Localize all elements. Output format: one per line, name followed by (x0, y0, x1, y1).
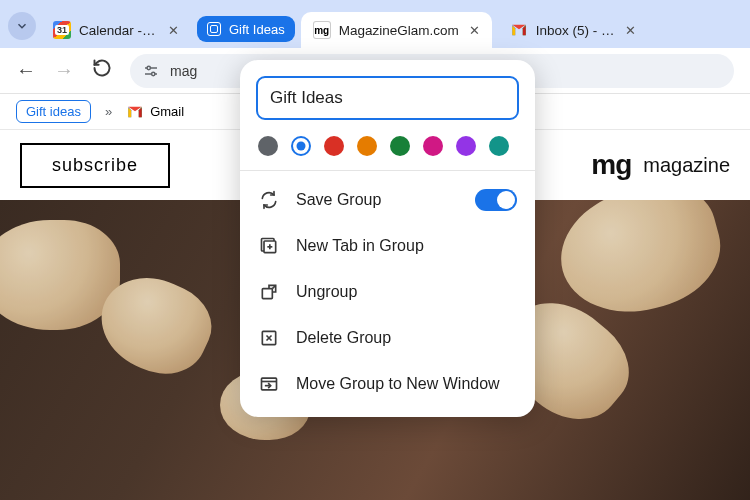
site-favicon: mg (313, 21, 331, 39)
tab-label: Calendar - eli (79, 23, 158, 38)
color-grey[interactable] (258, 136, 278, 156)
tab-label: Inbox (5) - elis (536, 23, 615, 38)
reload-button[interactable] (92, 58, 112, 83)
site-brand: mg magazine (591, 149, 730, 181)
subscribe-button[interactable]: subscribe (20, 143, 170, 188)
color-picker (240, 128, 535, 170)
color-teal[interactable] (489, 136, 509, 156)
tab-group-menu: Save Group New Tab in Group Ungroup Dele… (240, 60, 535, 417)
bookmark-group-chip[interactable]: Gift ideas (16, 100, 91, 123)
color-orange[interactable] (357, 136, 377, 156)
menu-save-group[interactable]: Save Group (240, 177, 535, 223)
group-name-input[interactable] (256, 76, 519, 120)
tab-list-button[interactable] (8, 12, 36, 40)
tab-group-chip[interactable]: Gift Ideas (197, 16, 295, 42)
menu-divider (240, 170, 535, 171)
back-button[interactable]: ← (16, 59, 36, 82)
close-icon[interactable]: ✕ (469, 23, 480, 38)
tab-inbox[interactable]: Inbox (5) - elis ✕ (498, 12, 648, 48)
svg-point-3 (152, 72, 155, 75)
sync-icon (258, 189, 280, 211)
bookmark-gmail[interactable]: Gmail (126, 103, 184, 121)
delete-icon (258, 327, 280, 349)
menu-move-to-new-window[interactable]: Move Group to New Window (240, 361, 535, 407)
color-purple[interactable] (456, 136, 476, 156)
color-pink[interactable] (423, 136, 443, 156)
menu-item-label: Delete Group (296, 329, 391, 347)
svg-rect-7 (262, 289, 272, 299)
menu-new-tab-in-group[interactable]: New Tab in Group (240, 223, 535, 269)
save-group-toggle[interactable] (475, 189, 517, 211)
forward-button[interactable]: → (54, 59, 74, 82)
tab-calendar[interactable]: 31 Calendar - eli ✕ (41, 12, 191, 48)
bookmark-label: Gmail (150, 104, 184, 119)
close-icon[interactable]: ✕ (625, 23, 636, 38)
close-icon[interactable]: ✕ (168, 23, 179, 38)
brand-logo: mg (591, 149, 631, 181)
menu-delete-group[interactable]: Delete Group (240, 315, 535, 361)
group-chip-label: Gift Ideas (229, 22, 285, 37)
new-tab-icon (258, 235, 280, 257)
menu-item-label: Move Group to New Window (296, 375, 500, 393)
color-blue-selected[interactable] (291, 136, 311, 156)
move-window-icon (258, 373, 280, 395)
calendar-icon: 31 (53, 21, 71, 39)
tab-label: MagazineGlam.com (339, 23, 459, 38)
svg-point-2 (147, 66, 150, 69)
ungroup-icon (258, 281, 280, 303)
tab-strip: 31 Calendar - eli ✕ Gift Ideas mg Magazi… (0, 0, 750, 48)
menu-item-label: New Tab in Group (296, 237, 424, 255)
chevron-icon: » (105, 104, 112, 119)
brand-text: magazine (643, 154, 730, 177)
color-green[interactable] (390, 136, 410, 156)
color-red[interactable] (324, 136, 344, 156)
omnibox-text: mag (170, 63, 197, 79)
tune-icon (142, 62, 160, 80)
menu-item-label: Ungroup (296, 283, 357, 301)
gmail-icon (510, 21, 528, 39)
menu-item-label: Save Group (296, 191, 381, 209)
group-icon (207, 22, 221, 36)
menu-ungroup[interactable]: Ungroup (240, 269, 535, 315)
gmail-icon (126, 103, 144, 121)
tab-active[interactable]: mg MagazineGlam.com ✕ (301, 12, 492, 48)
